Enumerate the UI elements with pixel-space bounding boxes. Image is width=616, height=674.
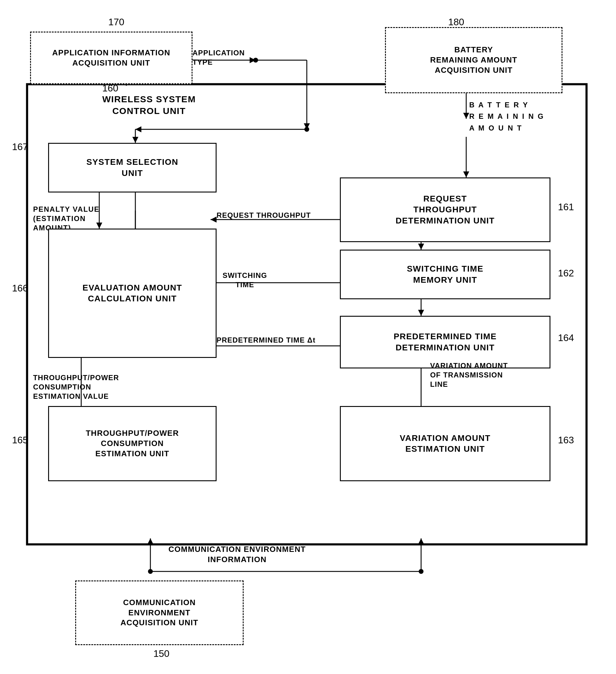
wireless-system-label: WIRELESS SYSTEMCONTROL UNIT [102,93,196,117]
ref-160: 160 [102,83,118,94]
svg-marker-16 [211,217,217,223]
throughput-power-val-label: THROUGHPUT/POWERCONSUMPTIONESTIMATION VA… [33,373,119,401]
svg-marker-41 [418,244,424,250]
ref-170: 170 [108,16,124,28]
svg-point-35 [304,127,309,132]
ref-161: 161 [558,202,574,213]
svg-marker-6 [463,113,469,119]
switching-time-label: SWITCHINGTIME [223,271,267,289]
svg-marker-43 [418,310,424,316]
svg-marker-33 [418,538,424,544]
svg-marker-4 [250,57,256,63]
ref-164: 164 [558,332,574,343]
svg-point-31 [148,569,153,574]
diagram-container: 170 180 APPLICATION INFORMATIONACQUISITI… [0,0,616,674]
variation-amount-box: VARIATION AMOUNTESTIMATION UNIT [340,406,550,481]
svg-marker-39 [132,137,138,143]
battery-remaining-label: B A T T E R YR E M A I N I N GA M O U N … [469,99,544,134]
request-throughput-box: REQUESTTHROUGHPUTDETERMINATION UNIT [340,178,550,242]
comm-env-box: COMMUNICATIONENVIRONMENTACQUISITION UNIT [75,580,244,645]
ref-163: 163 [558,435,574,446]
svg-marker-29 [147,538,153,544]
svg-marker-12 [304,123,310,129]
switching-time-box: SWITCHING TIMEMEMORY UNIT [340,250,550,299]
variation-amount-trans-label: VARIATION AMOUNTOF TRANSMISSIONLINE [430,361,508,389]
predetermined-time-label: PREDETERMINED TIME Δt [217,335,315,345]
ref-165: 165 [12,435,28,446]
app-type-label: APPLICATIONTYPE [193,48,245,67]
request-throughput-label: REQUEST THROUGHPUT [217,211,311,220]
svg-point-34 [419,569,423,574]
ref-150: 150 [153,648,169,659]
system-selection-box: SYSTEM SELECTIONUNIT [48,143,217,193]
throughput-power-box: THROUGHPUT/POWERCONSUMPTIONESTIMATION UN… [48,406,217,481]
ref-162: 162 [558,268,574,279]
battery-remaining-box: BATTERYREMAINING AMOUNTACQUISITION UNIT [385,27,562,93]
svg-point-10 [253,58,258,63]
comm-env-info-label: COMMUNICATION ENVIRONMENTINFORMATION [169,544,306,565]
evaluation-amount-box: EVALUATION AMOUNTCALCULATION UNIT [48,229,217,358]
predetermined-time-box: PREDETERMINED TIMEDETERMINATION UNIT [340,316,550,368]
svg-marker-37 [135,126,141,132]
ref-167: 167 [12,141,28,152]
ref-166: 166 [12,283,28,294]
ref-180: 180 [448,16,464,28]
svg-marker-8 [463,172,469,178]
app-info-box: APPLICATION INFORMATIONACQUISITION UNIT [30,31,193,84]
